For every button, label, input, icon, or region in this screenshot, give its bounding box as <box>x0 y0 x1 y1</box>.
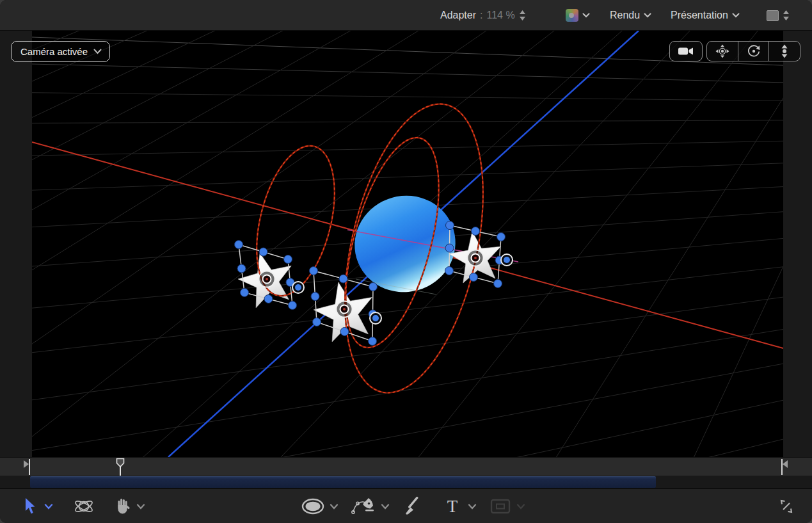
canvas-layout-control[interactable] <box>767 0 790 31</box>
grid-line <box>32 400 783 457</box>
out-point-marker[interactable] <box>781 459 788 475</box>
grid-line <box>32 141 783 156</box>
pan-hand-tool-menu[interactable] <box>134 489 147 523</box>
select-tool-menu[interactable] <box>42 489 55 523</box>
bottom-toolbar: T <box>0 488 812 523</box>
shape-tool-menu[interactable] <box>328 489 340 523</box>
up-down-stepper-icon[interactable] <box>783 10 790 20</box>
selection-handle[interactable] <box>445 267 454 275</box>
selection-handle[interactable] <box>445 244 454 252</box>
select-arrow-icon <box>24 498 36 515</box>
in-point-marker[interactable] <box>24 459 30 475</box>
pan-hand-tool-button[interactable] <box>113 489 132 523</box>
selection-handle[interactable] <box>340 328 349 336</box>
mask-tool-button-disabled <box>489 489 512 523</box>
grid-line <box>32 329 783 450</box>
canvas-layout-icon <box>767 10 779 21</box>
toggle-fullview-button[interactable] <box>776 489 797 523</box>
playhead-pin[interactable] <box>117 459 124 477</box>
path-point-handle[interactable] <box>295 284 301 291</box>
mini-timeline-ruler[interactable] <box>0 457 812 476</box>
pen-tool-menu[interactable] <box>379 489 392 523</box>
zoom-separator: : <box>480 10 482 21</box>
view-menu-label: Présentation <box>671 10 728 21</box>
ellipse-shape-icon <box>301 498 324 515</box>
selection-handle[interactable] <box>369 337 377 346</box>
canvas-left-margin <box>0 31 32 457</box>
grid-line <box>32 64 783 83</box>
camcorder-button[interactable] <box>669 41 703 61</box>
up-down-stepper-icon[interactable] <box>519 10 526 20</box>
grid-line <box>32 364 783 457</box>
transform-3d-icon <box>73 497 95 516</box>
canvas-top-toolbar: Adapter : 114 % Rendu Présentation <box>0 0 812 31</box>
canvas-right-margin <box>783 31 812 457</box>
zoom-level-value[interactable]: 114 % <box>487 10 515 21</box>
selection-handle[interactable] <box>446 221 454 230</box>
selection-handle[interactable] <box>237 264 246 273</box>
grid-line <box>185 31 783 457</box>
path-point-handle[interactable] <box>504 257 510 263</box>
selection-handle[interactable] <box>259 248 267 256</box>
dolly-view-icon <box>778 44 791 58</box>
selection-handle[interactable] <box>494 280 502 288</box>
selection-handle[interactable] <box>470 273 478 282</box>
selection-handle[interactable] <box>264 295 273 303</box>
zoom-level-control[interactable]: Adapter : 114 % <box>440 0 526 31</box>
selection-handle[interactable] <box>313 318 321 326</box>
rectangle-mask-icon <box>490 499 511 514</box>
bezier-pen-icon <box>351 497 377 516</box>
selection-handle[interactable] <box>289 302 297 310</box>
selection-handle[interactable] <box>311 293 319 301</box>
chevron-down-icon <box>516 504 525 510</box>
camera-active-dropdown[interactable]: Caméra activée <box>11 41 110 62</box>
mask-tool-menu-disabled <box>514 489 527 523</box>
chevron-down-icon <box>732 13 740 18</box>
render-menu-label: Rendu <box>610 10 640 21</box>
selection-handle[interactable] <box>241 289 249 297</box>
text-tool-menu[interactable] <box>466 489 479 523</box>
pen-tool-button[interactable] <box>351 489 378 523</box>
view-menu[interactable]: Présentation <box>671 0 740 31</box>
paint-brush-icon <box>403 497 424 516</box>
select-tool-button[interactable] <box>21 489 39 523</box>
chevron-down-icon <box>468 504 477 510</box>
path-point-handle[interactable] <box>372 315 379 321</box>
chevron-down-icon[interactable] <box>582 13 590 18</box>
chevron-down-icon <box>330 504 338 510</box>
chevron-down-icon <box>381 504 390 510</box>
chevron-down-icon <box>136 504 145 510</box>
grid-line <box>32 93 783 101</box>
selection-handle[interactable] <box>339 275 347 283</box>
shape-tool-button[interactable] <box>301 489 325 523</box>
grid-line <box>647 31 783 457</box>
selection-handle[interactable] <box>284 255 292 264</box>
pan-view-button[interactable] <box>707 42 738 61</box>
grid-line <box>32 163 783 190</box>
selection-handle[interactable] <box>369 283 378 291</box>
orbit-view-icon <box>747 44 761 58</box>
chevron-down-icon <box>93 49 102 54</box>
color-swatch-control[interactable] <box>566 0 590 31</box>
orbit-view-button[interactable] <box>738 42 769 61</box>
selection-handle[interactable] <box>472 227 480 236</box>
grid-line <box>32 439 783 457</box>
hand-icon <box>115 497 131 515</box>
dolly-view-button[interactable] <box>768 42 800 61</box>
render-menu[interactable]: Rendu <box>610 0 651 31</box>
grid-line <box>493 31 783 457</box>
gradient-color-swatch[interactable] <box>566 9 578 22</box>
text-tool-button[interactable]: T <box>444 489 461 523</box>
pan-view-icon <box>715 44 729 58</box>
anchor-target-dot <box>474 257 477 259</box>
transform-3d-tool-button[interactable] <box>72 489 95 523</box>
timeline-duration-bar[interactable] <box>30 476 656 488</box>
mini-timeline-track[interactable] <box>0 476 812 488</box>
selection-handle[interactable] <box>235 241 243 249</box>
anchor-target-dot <box>266 278 268 280</box>
selection-handle[interactable] <box>497 233 506 241</box>
canvas-3d-view[interactable] <box>32 31 783 457</box>
expand-diagonal-icon <box>778 498 795 515</box>
paint-tool-button[interactable] <box>402 489 425 523</box>
selection-handle[interactable] <box>310 267 318 275</box>
